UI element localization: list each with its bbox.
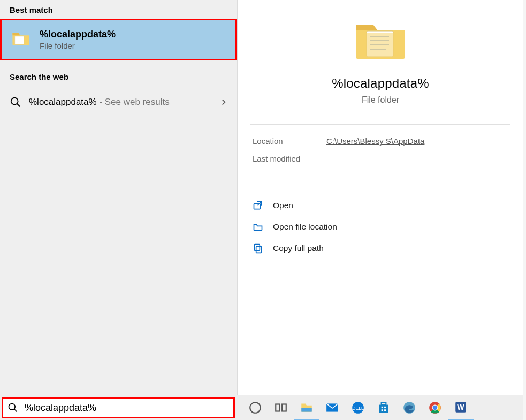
word-icon[interactable]: W: [448, 395, 474, 420]
svg-rect-15: [276, 404, 280, 411]
action-copy-path-label: Copy full path: [273, 243, 324, 253]
web-result-suffix: - See web results: [97, 97, 170, 107]
svg-text:W: W: [457, 403, 464, 411]
best-match-title: %localappdata%: [40, 29, 116, 40]
search-input[interactable]: [24, 402, 229, 414]
mail-icon[interactable]: [319, 395, 345, 420]
svg-rect-26: [384, 409, 386, 411]
taskbar-icons: DELL W: [242, 395, 474, 420]
last-modified-row: Last modified: [253, 154, 508, 163]
svg-point-32: [433, 406, 438, 410]
windows-search-popup: Best match %localappdata% File folder Se…: [0, 0, 523, 395]
taskbar-search-box[interactable]: [2, 397, 235, 418]
svg-rect-23: [382, 407, 383, 408]
edge-icon[interactable]: [397, 395, 422, 420]
svg-rect-11: [254, 245, 260, 251]
svg-rect-21: [379, 405, 388, 413]
open-icon: [253, 200, 263, 211]
chevron-right-icon: [220, 98, 227, 106]
svg-rect-22: [382, 402, 386, 404]
preview-header: %localappdata% File folder: [238, 0, 523, 124]
preview-title: %localappdata%: [238, 76, 523, 91]
best-match-text: %localappdata% File folder: [40, 29, 116, 50]
svg-rect-25: [382, 409, 383, 411]
results-panel: Best match %localappdata% File folder Se…: [0, 0, 238, 395]
copy-icon: [253, 243, 263, 254]
scrollbar[interactable]: [523, 0, 526, 420]
svg-rect-24: [384, 407, 386, 408]
location-link[interactable]: C:\Users\Blessy S\AppData: [326, 136, 424, 146]
search-web-header: Search the web: [0, 67, 237, 86]
svg-rect-10: [256, 247, 262, 253]
taskbar: DELL W: [0, 395, 523, 420]
chrome-icon[interactable]: [422, 395, 448, 420]
action-open-label: Open: [273, 201, 293, 210]
best-match-subtitle: File folder: [40, 41, 116, 50]
svg-rect-0: [15, 36, 24, 45]
best-match-result[interactable]: %localappdata% File folder: [0, 19, 237, 60]
svg-point-12: [9, 404, 16, 410]
file-explorer-icon[interactable]: [294, 395, 319, 420]
preview-metadata: Location C:\Users\Blessy S\AppData Last …: [238, 125, 523, 185]
action-open-location-label: Open file location: [273, 222, 337, 232]
location-label: Location: [253, 136, 326, 146]
svg-rect-16: [282, 404, 286, 411]
action-open-file-location[interactable]: Open file location: [253, 216, 508, 238]
preview-subtitle: File folder: [238, 95, 523, 105]
action-copy-full-path[interactable]: Copy full path: [253, 238, 508, 259]
microsoft-store-icon[interactable]: [371, 395, 397, 420]
svg-point-14: [250, 402, 261, 413]
web-result-text: %localappdata% - See web results: [29, 97, 220, 108]
svg-rect-17: [301, 408, 312, 412]
preview-actions: Open Open file location Copy full pat: [238, 185, 523, 269]
location-row: Location C:\Users\Blessy S\AppData: [253, 136, 508, 146]
svg-rect-8: [254, 204, 261, 209]
folder-icon: [12, 30, 40, 49]
search-icon: [7, 402, 18, 413]
svg-text:DELL: DELL: [352, 406, 364, 411]
action-open[interactable]: Open: [253, 195, 508, 216]
dell-icon[interactable]: DELL: [345, 395, 371, 420]
web-result-query: %localappdata%: [29, 97, 97, 107]
folder-open-icon: [253, 222, 263, 232]
last-modified-label: Last modified: [253, 154, 326, 163]
search-icon: [10, 96, 21, 108]
svg-line-13: [14, 409, 17, 412]
svg-line-2: [17, 104, 20, 107]
best-match-header: Best match: [0, 0, 237, 19]
cortana-icon[interactable]: [242, 395, 268, 420]
preview-panel: %localappdata% File folder Location C:\U…: [238, 0, 523, 395]
web-result-row[interactable]: %localappdata% - See web results: [0, 88, 237, 117]
svg-point-1: [11, 98, 18, 105]
folder-icon: [354, 54, 407, 63]
task-view-icon[interactable]: [268, 395, 294, 420]
